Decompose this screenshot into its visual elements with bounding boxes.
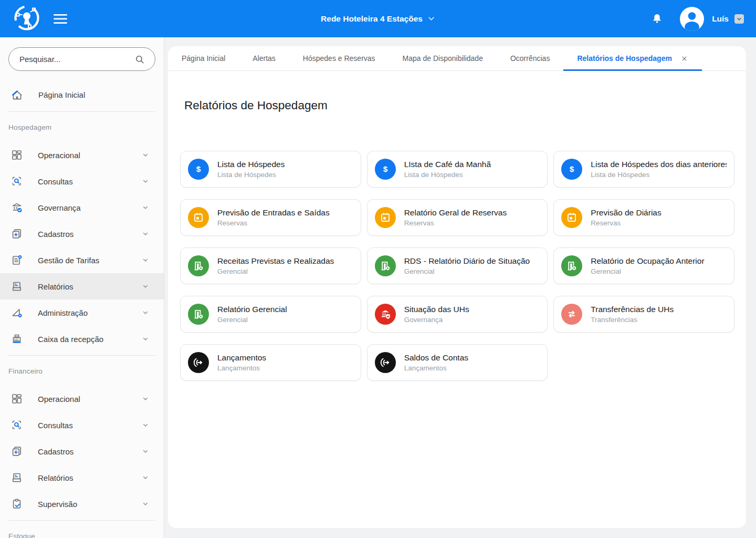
report-card[interactable]: Previsão de Entradas e SaídasReservas [180, 199, 361, 236]
report-cards-grid: Lista de HóspedesLista de Hóspedes LIsta… [180, 151, 734, 381]
calendar-icon [561, 207, 582, 228]
report-card[interactable]: Receitas Previstas e RealizadasGerencial [180, 247, 361, 284]
sidebar-item-fin-supervisao[interactable]: Supervisão [0, 491, 164, 517]
chevron-down-icon [140, 149, 151, 161]
report-card[interactable]: LIsta de Café da ManhãLista de Hóspedes [367, 151, 548, 188]
report-card[interactable]: Transferências de UHsTransferências [553, 296, 734, 333]
chevron-down-icon [427, 15, 435, 23]
tab-label: Relatórios de Hospedagem [577, 54, 672, 63]
card-subtitle: Lista de Hóspedes [217, 171, 285, 179]
building-gear-icon [188, 255, 209, 276]
building-gear-icon [375, 255, 396, 276]
sidebar-item-consultas[interactable]: Consultas [0, 168, 164, 194]
sidebar-item-label: Consultas [38, 177, 73, 186]
report-card[interactable]: Saldos de ContasLançamentos [367, 344, 548, 381]
section-label-hospedagem: Hospedagem [8, 123, 155, 131]
sidebar-item-operacional[interactable]: Operacional [0, 142, 164, 168]
sidebar-item-fin-consultas[interactable]: Consultas [0, 412, 164, 438]
card-title: Relatório Gerencial [217, 305, 287, 314]
report-card[interactable]: Relatório GerencialGerencial [180, 296, 361, 333]
notifications-bell-icon[interactable] [651, 13, 663, 25]
sidebar-item-label: Administração [38, 308, 88, 317]
tab-alertas[interactable]: Alertas [239, 46, 289, 70]
card-title: Saldos de Contas [404, 353, 468, 363]
chevron-down-icon [140, 393, 151, 405]
report-card[interactable]: RDS - Relatório Diário de SituaçãoGerenc… [367, 247, 548, 284]
card-subtitle: Lista de Hóspedes [591, 171, 727, 179]
dollar-icon [375, 159, 396, 180]
tab-ocorrencias[interactable]: Ocorrências [497, 46, 563, 70]
card-subtitle: Gerencial [591, 267, 704, 275]
search-input[interactable] [19, 55, 134, 64]
tab-mapa-de-disponibilidade[interactable]: Mapa de Disponibilidade [389, 46, 497, 70]
sidebar-item-label: Caixa da recepção [38, 335, 103, 344]
sidebar-item-administracao[interactable]: Administração [0, 299, 164, 326]
tab-label: Ocorrências [510, 54, 550, 63]
sidebar-item-label: Gestão de Tarifas [38, 256, 99, 265]
close-tab-icon[interactable] [680, 55, 688, 63]
sidebar-item-label: Consultas [38, 421, 73, 430]
report-card[interactable]: LançamentosLançamentos [180, 344, 361, 381]
chevron-down-icon [140, 498, 151, 510]
sidebar-item-fin-cadastros[interactable]: Cadastros [0, 438, 164, 464]
divider [8, 520, 155, 521]
report-card[interactable]: Lista de Hóspedes dos dias anterioresLis… [553, 151, 734, 188]
tab-bar: Página Inicial Alertas Hóspedes e Reserv… [168, 46, 746, 71]
sidebar-item-fin-relatorios[interactable]: Relatórios [0, 464, 164, 491]
clipboard-check-icon [10, 498, 23, 510]
user-avatar[interactable] [680, 7, 704, 31]
building-gear-icon [561, 255, 582, 276]
home-icon [10, 88, 24, 101]
sidebar-item-cadastros[interactable]: Cadastros [0, 221, 164, 247]
menu-hamburger-icon[interactable] [54, 14, 67, 24]
sidebar-item-pagina-inicial[interactable]: Página Inicial [0, 82, 164, 107]
divider [8, 111, 155, 112]
card-title: Relatório de Ocupação Anterior [591, 256, 704, 266]
tab-hospedes-e-reservas[interactable]: Hóspedes e Reservas [289, 46, 389, 70]
sidebar-item-label: Página Inicial [38, 90, 85, 99]
sidebar-search [8, 47, 155, 71]
sidebar-item-relatorios[interactable]: Relatórios [0, 273, 164, 299]
report-card[interactable]: Relatório Geral de ReservasReservas [367, 199, 548, 236]
chevron-down-icon [140, 175, 151, 187]
tab-label: Mapa de Disponibilidade [403, 54, 483, 63]
chevron-down-icon [140, 333, 151, 345]
tab-label: Alertas [253, 54, 276, 63]
chevron-down-icon [140, 419, 151, 431]
calendar-icon [188, 207, 209, 228]
user-menu-caret[interactable] [734, 14, 744, 24]
calendar-icon [375, 207, 396, 228]
topbar: Rede Hoteleira 4 Estações Luís [0, 0, 756, 37]
report-card[interactable]: Relatório de Ocupação AnteriorGerencial [553, 247, 734, 284]
copy-plus-icon [10, 445, 23, 458]
app-logo [13, 4, 41, 34]
content-area: Página Inicial Alertas Hóspedes e Reserv… [164, 37, 756, 538]
divider [8, 355, 155, 356]
section-label-financeiro: Financeiro [8, 367, 155, 375]
user-name: Luís [712, 14, 729, 24]
sidebar-item-label: Relatórios [38, 473, 74, 482]
sidebar-item-caixa-da-recepcao[interactable]: Caixa da recepção [0, 326, 164, 352]
report-card[interactable]: Lista de HóspedesLista de Hóspedes [180, 151, 361, 188]
sidebar-item-label: Relatórios [38, 282, 74, 291]
report-card[interactable]: Situação das UHsGovernança [367, 296, 548, 333]
dollar-icon [188, 159, 209, 180]
tab-relatorios-de-hospedagem[interactable]: Relatórios de Hospedagem [563, 46, 702, 70]
card-title: Lista de Hóspedes dos dias anteriores [591, 160, 727, 169]
sidebar-item-gestao-de-tarifas[interactable]: Gestão de Tarifas [0, 247, 164, 273]
report-icon [10, 471, 23, 484]
search-frame-icon [10, 419, 23, 431]
search-icon[interactable] [134, 54, 145, 65]
copy-plus-icon [10, 227, 23, 240]
sidebar-item-fin-operacional[interactable]: Operacional [0, 386, 164, 412]
tab-label: Hóspedes e Reservas [303, 54, 375, 63]
report-card[interactable]: Previsão de DiáriasReservas [553, 199, 734, 236]
sidebar-item-label: Governança [38, 203, 81, 212]
card-subtitle: Lançamentos [217, 364, 266, 372]
main-panel: Página Inicial Alertas Hóspedes e Reserv… [168, 46, 746, 528]
ruler-gear-icon [10, 306, 23, 319]
bank-check-icon [10, 201, 23, 214]
tab-pagina-inicial[interactable]: Página Inicial [168, 46, 239, 70]
hotel-switcher[interactable]: Rede Hoteleira 4 Estações [321, 14, 435, 24]
sidebar-item-governanca[interactable]: Governança [0, 194, 164, 221]
